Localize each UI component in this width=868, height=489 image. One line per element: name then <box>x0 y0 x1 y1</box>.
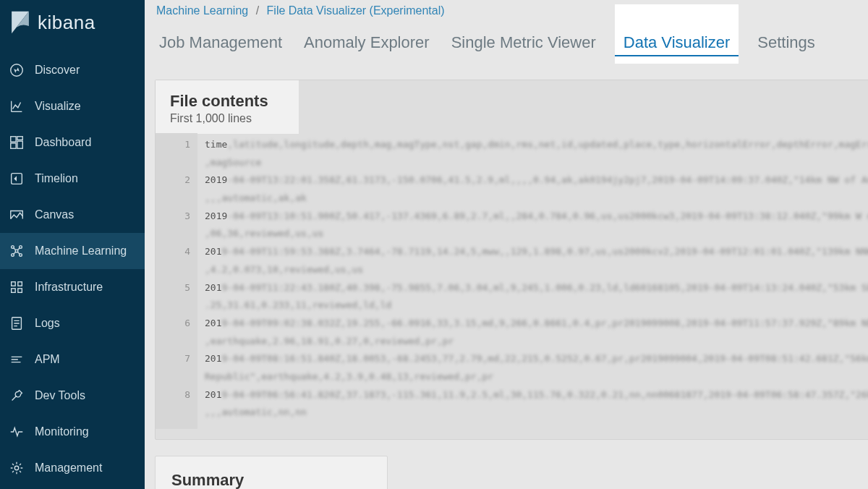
svg-point-17 <box>14 466 19 470</box>
code-text: 201 <box>205 318 221 328</box>
file-contents-panel: File contents First 1,000 lines 1 2 3 4 … <box>155 80 868 440</box>
code-text-blur: 9-04-09T11:22:43.180Z,40.398,-75.9855,7.… <box>221 279 868 297</box>
line-number: 1 <box>163 136 190 154</box>
tab-data-visualizer[interactable]: Data Visualizer <box>615 4 739 64</box>
chart-icon <box>9 98 25 114</box>
kibana-logo-icon <box>10 10 30 35</box>
file-contents-header: File contents First 1,000 lines <box>156 80 299 134</box>
code-text-blur: -04-09T13:10:51.900Z,50.417,-137.4369,6.… <box>227 208 868 226</box>
code-text: 2019 <box>205 174 227 185</box>
code-text-blur: 9-04-09T09:02:38.032Z,19.255,-66.0916,33… <box>221 315 868 333</box>
line-number: 8 <box>163 386 190 404</box>
tab-anomaly-explorer[interactable]: Anomaly Explorer <box>301 29 433 64</box>
sidebar-item-management[interactable]: Management <box>0 450 145 486</box>
svg-rect-4 <box>17 141 22 148</box>
code-text-blur: -04-09T13:22:01.358Z,61.3173,-150.0706,4… <box>227 171 868 190</box>
code-text: 201 <box>205 389 221 400</box>
sidebar-item-label: Visualize <box>35 100 81 113</box>
code-text-blur: 9-04-09T06:56:41.820Z,37.1873,-115.361,1… <box>221 386 868 404</box>
heartbeat-icon <box>9 424 25 440</box>
sidebar-item-machine-learning[interactable]: Machine Learning <box>0 233 145 269</box>
sidebar-item-timelion[interactable]: Timelion <box>0 161 145 197</box>
svg-marker-1 <box>14 67 19 72</box>
code-text-blur: ,06,36,reviewed,us,us <box>205 225 323 243</box>
app-name: kibana <box>38 12 95 34</box>
code-text: 201 <box>205 282 221 293</box>
sidebar-item-logs[interactable]: Logs <box>0 305 145 341</box>
dashboard-icon <box>9 135 25 150</box>
line-number: 3 <box>163 208 190 226</box>
logs-icon <box>9 315 25 331</box>
line-number: 6 <box>163 315 190 333</box>
code-text-blur: ,4.2,0.073,10,reviewed,us,us <box>205 261 363 279</box>
line-number: 4 <box>163 243 190 261</box>
code-text-blur: .25,31.61,0.233,11,reviewed,ld,ld <box>205 297 391 315</box>
code-text: time <box>205 139 227 150</box>
sidebar-item-label: Logs <box>35 317 60 330</box>
file-contents-subtitle: First 1,000 lines <box>170 112 284 125</box>
tab-settings[interactable]: Settings <box>754 29 818 64</box>
sidebar-item-canvas[interactable]: Canvas <box>0 197 145 233</box>
timelion-icon <box>9 171 25 187</box>
svg-rect-13 <box>18 282 22 286</box>
code-text-blur: ,latitude,longitude,depth,mag,magType,ns… <box>227 136 868 154</box>
svg-rect-15 <box>18 289 22 293</box>
sidebar-item-label: Dev Tools <box>35 389 85 402</box>
sidebar-item-label: Infrastructure <box>35 281 103 294</box>
breadcrumb: Machine Learning / File Data Visualizer … <box>145 0 868 17</box>
file-contents-code: 1 2 3 4 5 6 7 8 <box>156 133 868 429</box>
app-logo[interactable]: kibana <box>0 0 145 52</box>
svg-rect-5 <box>11 143 16 148</box>
sidebar-item-dev-tools[interactable]: Dev Tools <box>0 378 145 414</box>
sidebar-item-monitoring[interactable]: Monitoring <box>0 414 145 450</box>
line-number-gutter: 1 2 3 4 5 6 7 8 <box>156 133 197 429</box>
summary-title: Summary <box>171 471 371 489</box>
compass-icon <box>9 62 25 78</box>
tab-bar: Job Management Anomaly Explorer Single M… <box>145 17 868 64</box>
code-text: 201 <box>205 246 221 257</box>
code-text-blur: ,,,automatic,ak,ak <box>205 190 307 208</box>
breadcrumb-current[interactable]: File Data Visualizer (Experimental) <box>267 4 445 17</box>
sidebar-item-label: Dashboard <box>35 136 91 149</box>
summary-panel: Summary Number of lines analyzed 1000 Fo… <box>155 456 388 489</box>
sidebar-item-label: Canvas <box>35 208 74 221</box>
gear-icon <box>9 460 25 476</box>
code-text-blur: ,magSource <box>205 154 261 172</box>
wrench-icon <box>9 388 25 404</box>
sidebar-item-discover[interactable]: Discover <box>0 52 145 88</box>
code-text-blur: ,earthquake,2.96,18.91,0.27,0,reviewed,p… <box>205 333 454 351</box>
sidebar-item-visualize[interactable]: Visualize <box>0 88 145 124</box>
svg-rect-14 <box>12 289 16 293</box>
sidebar-item-dashboard[interactable]: Dashboard <box>0 124 145 161</box>
code-text-blur: ,,,automatic,nn,nn <box>205 404 307 422</box>
sidebar-item-infrastructure[interactable]: Infrastructure <box>0 269 145 305</box>
code-lines: time,latitude,longitude,depth,mag,magTyp… <box>197 133 868 429</box>
svg-rect-2 <box>11 137 16 142</box>
sidebar-item-label: Monitoring <box>35 425 89 438</box>
code-text-blur: 9-04-09T11:59:53.388Z,3.7464,-78.7119,14… <box>221 243 868 261</box>
breadcrumb-root[interactable]: Machine Learning <box>156 4 248 17</box>
tab-job-management[interactable]: Job Management <box>156 29 285 64</box>
main-content: Machine Learning / File Data Visualizer … <box>145 0 868 489</box>
code-text-blur: Republic",earthquake,4.2,3.9,0.48,13,rev… <box>205 368 493 386</box>
sidebar: kibana Discover Visualize Dashboard Time… <box>0 0 145 489</box>
sidebar-item-label: Timelion <box>35 172 78 185</box>
apm-icon <box>9 352 25 367</box>
code-text-blur: 9-04-09T08:16:51.840Z,18.0053,-68.2453,7… <box>221 350 868 368</box>
sidebar-item-apm[interactable]: APM <box>0 341 145 378</box>
infrastructure-icon <box>9 279 25 295</box>
svg-rect-12 <box>12 282 16 286</box>
code-text: 201 <box>205 353 221 364</box>
file-contents-title: File contents <box>170 92 284 111</box>
ml-icon <box>9 243 25 259</box>
line-number: 7 <box>163 350 190 368</box>
tab-single-metric-viewer[interactable]: Single Metric Viewer <box>448 29 599 64</box>
breadcrumb-separator: / <box>256 4 259 17</box>
canvas-icon <box>9 207 25 223</box>
sidebar-item-label: Discover <box>35 64 80 77</box>
line-number: 2 <box>163 171 190 190</box>
line-number: 5 <box>163 279 190 297</box>
sidebar-item-label: Machine Learning <box>35 244 127 258</box>
content-area: File contents First 1,000 lines 1 2 3 4 … <box>145 64 868 489</box>
sidebar-item-label: APM <box>35 353 60 366</box>
